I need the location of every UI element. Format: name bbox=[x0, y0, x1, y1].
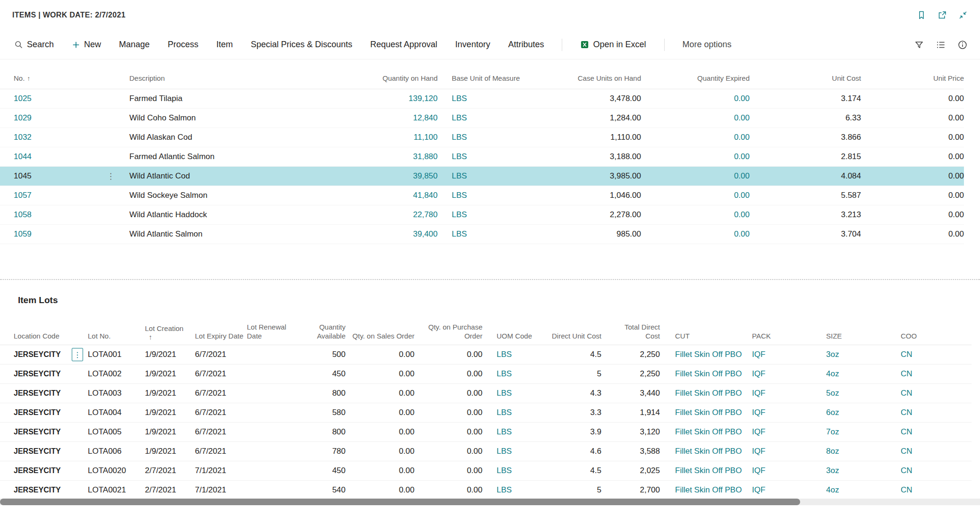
quantity-expired-cell[interactable]: 0.00 bbox=[641, 89, 750, 108]
direct-unit-cost-cell[interactable]: 4.5 bbox=[543, 461, 613, 481]
item-no-link[interactable]: 1025 bbox=[14, 94, 32, 103]
quantity-expired-link[interactable]: 0.00 bbox=[734, 133, 750, 142]
unit-cost-cell[interactable]: 3.866 bbox=[750, 127, 861, 147]
size-link[interactable]: 5oz bbox=[826, 389, 839, 398]
uom-code-link[interactable]: LBS bbox=[497, 389, 512, 398]
quantity-available-cell[interactable]: 780 bbox=[295, 442, 346, 461]
cut-link[interactable]: Fillet Skin Off PBO bbox=[675, 389, 742, 398]
col-header-no[interactable]: No.↑ bbox=[0, 68, 125, 89]
quantity-available-cell[interactable]: 450 bbox=[295, 461, 346, 481]
base-uom-cell[interactable]: LBS bbox=[438, 186, 548, 205]
quantity-on-hand-cell[interactable]: 39,400 bbox=[353, 224, 438, 244]
lot-expiry-cell[interactable]: 6/7/2021 bbox=[193, 345, 245, 364]
coo-link[interactable]: CN bbox=[901, 427, 912, 436]
direct-unit-cost-cell[interactable]: 3.3 bbox=[543, 403, 613, 423]
item-row[interactable]: 1032Wild Alaskan Cod11,100LBS1,110.000.0… bbox=[0, 127, 964, 147]
total-direct-cost-cell[interactable]: 3,440 bbox=[613, 384, 660, 403]
uom-code-link[interactable]: LBS bbox=[497, 369, 512, 378]
cut-cell[interactable]: Fillet Skin Off PBO bbox=[660, 345, 752, 364]
col-header-quantity-available[interactable]: Quantity Available bbox=[295, 310, 346, 345]
item-no-cell[interactable]: 1057 bbox=[0, 186, 125, 205]
item-no-link[interactable]: 1058 bbox=[14, 210, 32, 219]
size-link[interactable]: 4oz bbox=[826, 369, 839, 378]
quantity-on-hand-link[interactable]: 39,400 bbox=[413, 229, 438, 238]
quantity-available-cell[interactable]: 580 bbox=[295, 403, 346, 423]
case-units-cell[interactable]: 3,985.00 bbox=[548, 166, 641, 186]
uom-code-link[interactable]: LBS bbox=[497, 350, 512, 359]
pack-link[interactable]: IQF bbox=[752, 447, 765, 456]
uom-code-cell[interactable]: LBS bbox=[482, 423, 543, 442]
description-cell[interactable]: Wild Sockeye Salmon bbox=[125, 186, 353, 205]
pack-link[interactable]: IQF bbox=[752, 427, 765, 436]
filter-icon[interactable] bbox=[914, 40, 924, 50]
direct-unit-cost-cell[interactable]: 4.3 bbox=[543, 384, 613, 403]
pack-link[interactable]: IQF bbox=[752, 466, 765, 475]
size-cell[interactable]: 6oz bbox=[826, 403, 901, 423]
menu-item[interactable]: Inventory bbox=[455, 40, 490, 50]
coo-link[interactable]: CN bbox=[901, 350, 912, 359]
total-direct-cost-cell[interactable]: 2,250 bbox=[613, 345, 660, 364]
collapse-icon[interactable] bbox=[958, 10, 968, 20]
qty-sales-order-cell[interactable]: 0.00 bbox=[346, 423, 414, 442]
item-row[interactable]: 1058Wild Atlantic Haddock22,780LBS2,278.… bbox=[0, 205, 964, 224]
pack-link[interactable]: IQF bbox=[752, 485, 765, 494]
lot-expiry-cell[interactable]: 6/7/2021 bbox=[193, 364, 245, 384]
qty-purchase-order-cell[interactable]: 0.00 bbox=[414, 423, 482, 442]
qty-sales-order-cell[interactable]: 0.00 bbox=[346, 403, 414, 423]
menu-item[interactable]: Attributes bbox=[508, 40, 544, 50]
unit-cost-cell[interactable]: 3.174 bbox=[750, 89, 861, 108]
cut-link[interactable]: Fillet Skin Off PBO bbox=[675, 427, 742, 436]
cut-cell[interactable]: Fillet Skin Off PBO bbox=[660, 403, 752, 423]
location-code-value[interactable]: JERSEYCITY bbox=[14, 486, 61, 494]
base-uom-cell[interactable]: LBS bbox=[438, 224, 548, 244]
qty-purchase-order-cell[interactable]: 0.00 bbox=[414, 345, 482, 364]
lot-expiry-cell[interactable]: 6/7/2021 bbox=[193, 403, 245, 423]
pack-cell[interactable]: IQF bbox=[752, 364, 826, 384]
location-code-value[interactable]: JERSEYCITY bbox=[14, 389, 61, 397]
cut-link[interactable]: Fillet Skin Off PBO bbox=[675, 485, 742, 494]
quantity-available-cell[interactable]: 450 bbox=[295, 364, 346, 384]
location-code-value[interactable]: JERSEYCITY bbox=[14, 370, 61, 378]
uom-code-cell[interactable]: LBS bbox=[482, 384, 543, 403]
quantity-expired-link[interactable]: 0.00 bbox=[734, 229, 750, 238]
item-row[interactable]: 1059Wild Atlantic Salmon39,400LBS985.000… bbox=[0, 224, 964, 244]
unit-price-cell[interactable]: 0.00 bbox=[861, 89, 964, 108]
size-link[interactable]: 8oz bbox=[826, 447, 839, 456]
coo-cell[interactable]: CN bbox=[901, 423, 972, 442]
item-no-cell[interactable]: 1044 bbox=[0, 147, 125, 166]
col-header-lot-expiry-date[interactable]: Lot Expiry Date bbox=[193, 310, 245, 345]
case-units-cell[interactable]: 985.00 bbox=[548, 224, 641, 244]
qty-sales-order-cell[interactable]: 0.00 bbox=[346, 461, 414, 481]
total-direct-cost-cell[interactable]: 2,025 bbox=[613, 461, 660, 481]
uom-code-cell[interactable]: LBS bbox=[482, 481, 543, 500]
item-no-cell[interactable]: 1029 bbox=[0, 108, 125, 127]
location-code-cell[interactable]: JERSEYCITY⋮ bbox=[0, 345, 86, 364]
quantity-available-cell[interactable]: 540 bbox=[295, 481, 346, 500]
quantity-expired-cell[interactable]: 0.00 bbox=[641, 108, 750, 127]
quantity-available-cell[interactable]: 500 bbox=[295, 345, 346, 364]
qty-purchase-order-cell[interactable]: 0.00 bbox=[414, 364, 482, 384]
case-units-cell[interactable]: 3,478.00 bbox=[548, 89, 641, 108]
size-link[interactable]: 6oz bbox=[826, 408, 839, 417]
coo-cell[interactable]: CN bbox=[901, 461, 972, 481]
uom-code-link[interactable]: LBS bbox=[497, 466, 512, 475]
unit-price-cell[interactable]: 0.00 bbox=[861, 205, 964, 224]
coo-cell[interactable]: CN bbox=[901, 481, 972, 500]
lot-creation-cell[interactable]: 1/9/2021 bbox=[143, 364, 193, 384]
lot-no-cell[interactable]: LOTA003 bbox=[86, 384, 143, 403]
lot-no-cell[interactable]: LOTA005 bbox=[86, 423, 143, 442]
info-icon[interactable] bbox=[957, 40, 968, 50]
lot-renewal-cell[interactable] bbox=[245, 403, 295, 423]
location-code-value[interactable]: JERSEYCITY bbox=[14, 447, 61, 455]
location-code-value[interactable]: JERSEYCITY bbox=[14, 350, 61, 358]
quantity-on-hand-link[interactable]: 31,880 bbox=[413, 152, 438, 161]
size-cell[interactable]: 4oz bbox=[826, 364, 901, 384]
item-row[interactable]: 1044Farmed Atlantic Salmon31,880LBS3,188… bbox=[0, 147, 964, 166]
direct-unit-cost-cell[interactable]: 4.6 bbox=[543, 442, 613, 461]
base-uom-link[interactable]: LBS bbox=[452, 152, 467, 161]
qty-sales-order-cell[interactable]: 0.00 bbox=[346, 442, 414, 461]
quantity-on-hand-cell[interactable]: 139,120 bbox=[353, 89, 438, 108]
item-no-link[interactable]: 1057 bbox=[14, 191, 32, 200]
uom-code-cell[interactable]: LBS bbox=[482, 345, 543, 364]
lot-expiry-cell[interactable]: 6/7/2021 bbox=[193, 423, 245, 442]
